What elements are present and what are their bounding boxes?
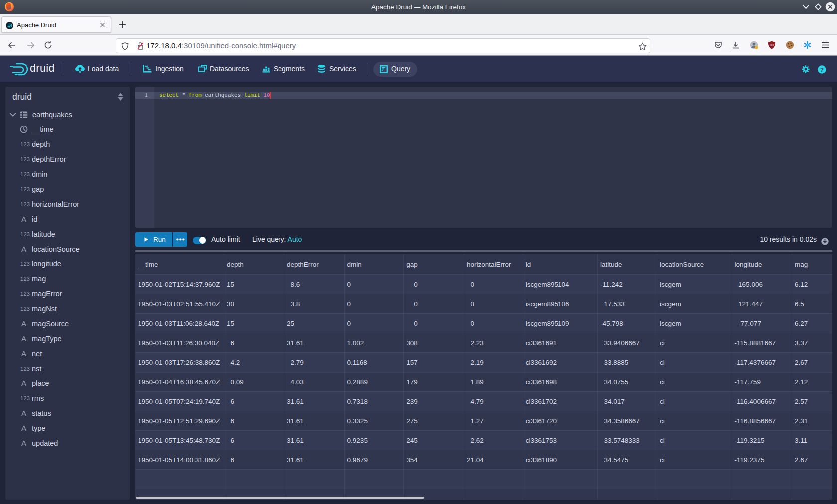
svg-text:u0: u0 (770, 43, 774, 47)
svg-text:?: ? (820, 67, 824, 73)
